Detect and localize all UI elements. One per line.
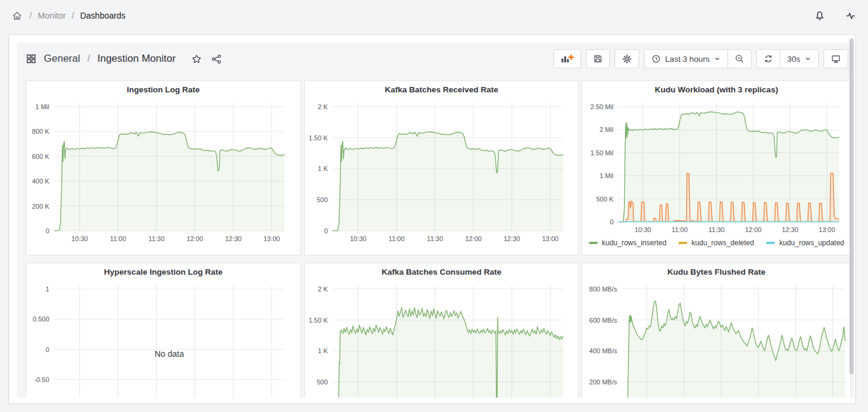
breadcrumb: / Monitor / Dashboards <box>11 10 125 22</box>
svg-text:2 K: 2 K <box>318 103 328 110</box>
scrollbar-thumb[interactable] <box>849 38 854 374</box>
svg-text:11:00: 11:00 <box>388 235 405 242</box>
svg-text:0: 0 <box>324 227 328 234</box>
svg-text:12:30: 12:30 <box>782 226 798 233</box>
chart-svg: 800 MB/s600 MB/s400 MB/s200 MB/s10:3011:… <box>582 263 851 398</box>
dashboard-header: General / Ingestion Monitor <box>26 46 848 72</box>
svg-text:500: 500 <box>317 378 328 386</box>
refresh-interval-dropdown[interactable]: 30s <box>780 49 819 68</box>
title-separator: / <box>87 53 90 65</box>
svg-text:600 K: 600 K <box>32 153 49 160</box>
legend-item-kudu_rows_deleted[interactable]: kudu_rows_deleted <box>678 239 754 247</box>
kudu-bytes-flushed-chart[interactable]: 800 MB/s600 MB/s400 MB/s200 MB/s10:3011:… <box>582 263 851 398</box>
panel-hyperscale-ingestion-log-rate: Hyperscale Ingestion Log Rate 10.5000-0.… <box>26 263 301 398</box>
panel-kudu-bytes-flushed: Kudu Bytes Flushed Rate 800 MB/s600 MB/s… <box>582 263 851 398</box>
svg-text:0: 0 <box>46 346 49 353</box>
svg-text:800 MB/s: 800 MB/s <box>589 285 618 293</box>
svg-text:1.50 Mil: 1.50 Mil <box>590 149 613 157</box>
svg-text:1 Mil: 1 Mil <box>35 103 49 110</box>
svg-text:11:00: 11:00 <box>110 235 126 242</box>
svg-text:11:30: 11:30 <box>148 235 164 242</box>
svg-text:12:30: 12:30 <box>504 235 520 242</box>
legend-label: kudu_rows_inserted <box>602 239 666 247</box>
svg-text:11:30: 11:30 <box>708 226 725 233</box>
hyperscale-ingestion-chart[interactable]: 10.5000-0.5010:3011:0011:3012:0012:3013:… <box>26 263 300 398</box>
svg-text:10:30: 10:30 <box>71 235 88 242</box>
breadcrumb-item-dashboards[interactable]: Dashboards <box>80 11 125 20</box>
svg-text:2 Mil: 2 Mil <box>600 126 613 133</box>
breadcrumb-separator: / <box>72 11 74 20</box>
svg-text:11:30: 11:30 <box>427 235 443 242</box>
app-topbar: / Monitor / Dashboards <box>0 0 868 31</box>
svg-text:2 K: 2 K <box>318 285 328 293</box>
svg-text:12:00: 12:00 <box>745 226 762 233</box>
share-icon[interactable] <box>211 54 222 64</box>
svg-text:400 MB/s: 400 MB/s <box>589 347 618 354</box>
dashboard-scrollbar[interactable] <box>849 37 854 399</box>
panel-kudu-workload: Kudu Workload (with 3 replicas) 2.50 Mil… <box>582 80 851 255</box>
kudu-workload-chart[interactable]: 2.50 Mil2 Mil1.50 Mil1 Mil500 K010:3011:… <box>582 81 851 255</box>
breadcrumb-item-monitor[interactable]: Monitor <box>38 11 66 20</box>
home-icon[interactable] <box>11 10 23 22</box>
legend-label: kudu_rows_updated <box>779 239 844 247</box>
svg-text:11:00: 11:00 <box>672 226 688 233</box>
dashboard-folder[interactable]: General <box>44 53 80 65</box>
svg-text:800 K: 800 K <box>32 128 49 135</box>
star-icon[interactable] <box>191 54 202 64</box>
chevron-down-icon <box>714 55 721 62</box>
kiosk-mode-button[interactable] <box>824 49 848 68</box>
svg-text:13:00: 13:00 <box>264 235 280 242</box>
svg-text:400 K: 400 K <box>32 178 49 185</box>
legend-swatch <box>678 242 687 244</box>
svg-text:12:00: 12:00 <box>465 235 482 242</box>
refresh-dashboard-button[interactable] <box>756 49 780 68</box>
svg-text:1.50 K: 1.50 K <box>309 134 328 142</box>
grafana-embed-card: General / Ingestion Monitor <box>8 34 856 404</box>
legend-swatch <box>766 242 775 244</box>
chart-svg: 1 Mil800 K600 K400 K200 K010:3011:0011:3… <box>26 81 300 255</box>
panel-ingestion-log-rate: Ingestion Log Rate 1 Mil800 K600 K400 K2… <box>26 80 301 255</box>
chevron-down-icon <box>804 55 812 62</box>
svg-text:10:30: 10:30 <box>634 226 651 233</box>
chart-svg: 2 K1.50 K1 K500010:3011:0011:3012:0012:3… <box>305 81 578 255</box>
chart-svg: 2.50 Mil2 Mil1.50 Mil1 Mil500 K010:3011:… <box>582 81 851 255</box>
svg-text:500 K: 500 K <box>596 196 613 203</box>
ingestion-log-rate-chart[interactable]: 1 Mil800 K600 K400 K200 K010:3011:0011:3… <box>26 81 300 255</box>
chart-legend: kudu_rows_insertedkudu_rows_deletedkudu_… <box>582 239 851 247</box>
svg-text:0: 0 <box>610 218 613 225</box>
svg-text:No data: No data <box>154 349 184 359</box>
svg-text:200 MB/s: 200 MB/s <box>589 378 618 386</box>
kafka-batches-consumed-chart[interactable]: 2 K1.50 K1 K500010:3011:0011:3012:0012:3… <box>305 263 578 398</box>
apps-grid-icon[interactable] <box>26 53 37 64</box>
dashboard-settings-button[interactable] <box>615 49 639 68</box>
svg-text:1 K: 1 K <box>318 347 328 354</box>
panel-kafka-batches-consumed: Kafka Batches Consumed Rate 2 K1.50 K1 K… <box>304 263 579 398</box>
svg-text:-0.50: -0.50 <box>34 376 49 383</box>
breadcrumb-separator: / <box>29 11 32 20</box>
add-panel-button[interactable] <box>553 49 581 68</box>
notifications-bell-button[interactable] <box>813 10 826 22</box>
legend-item-kudu_rows_updated[interactable]: kudu_rows_updated <box>766 239 844 247</box>
clock-icon <box>651 54 661 64</box>
refresh-interval-label: 30s <box>787 55 800 64</box>
dashboard-toolbar: Last 3 hours <box>549 49 848 68</box>
svg-text:12:00: 12:00 <box>187 235 203 242</box>
svg-text:12:30: 12:30 <box>225 235 242 242</box>
panel-kafka-batches-received: Kafka Batches Received Rate 2 K1.50 K1 K… <box>304 80 579 255</box>
zoom-out-time-button[interactable] <box>728 49 752 68</box>
svg-text:1 K: 1 K <box>318 165 328 172</box>
svg-text:500: 500 <box>317 196 328 203</box>
save-dashboard-button[interactable] <box>586 49 610 68</box>
legend-item-kudu_rows_inserted[interactable]: kudu_rows_inserted <box>589 239 666 247</box>
svg-text:10:30: 10:30 <box>350 235 367 242</box>
chart-svg: 10.5000-0.5010:3011:0011:3012:0012:3013:… <box>26 263 300 398</box>
chart-svg: 2 K1.50 K1 K500010:3011:0011:3012:0012:3… <box>305 263 578 398</box>
activity-pulse-button[interactable] <box>844 10 857 22</box>
time-range-label: Last 3 hours <box>665 55 710 64</box>
svg-text:600 MB/s: 600 MB/s <box>589 317 618 324</box>
time-range-picker-button[interactable]: Last 3 hours <box>644 49 728 68</box>
svg-text:13:00: 13:00 <box>819 226 836 233</box>
kafka-batches-received-chart[interactable]: 2 K1.50 K1 K500010:3011:0011:3012:0012:3… <box>305 81 578 255</box>
dashboard-title[interactable]: Ingestion Monitor <box>97 53 175 65</box>
svg-text:0.500: 0.500 <box>32 315 49 323</box>
